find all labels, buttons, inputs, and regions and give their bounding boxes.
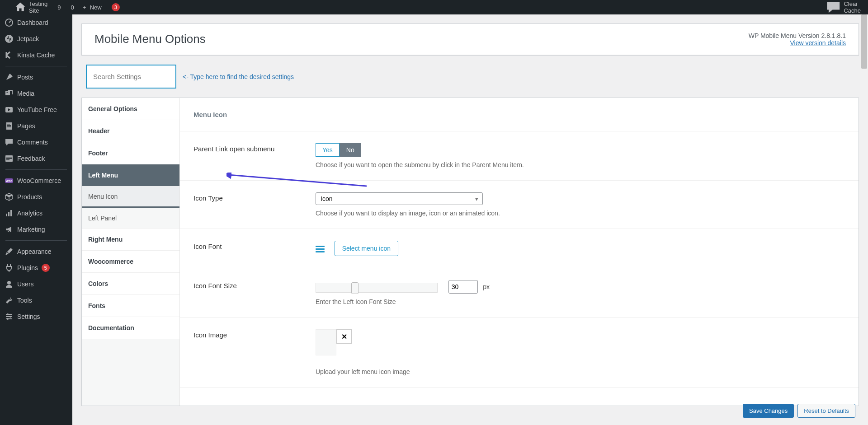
tab-left-menu[interactable]: Left Menu [82, 164, 179, 187]
plugins-count: 5 [42, 264, 50, 272]
tab-colors[interactable]: Colors [82, 273, 179, 295]
svg-rect-8 [7, 126, 11, 127]
settings-tabs: General Options Header Footer Left Menu … [82, 98, 180, 406]
subtab-left-panel[interactable]: Left Panel [82, 208, 179, 229]
svg-point-21 [7, 318, 9, 320]
sidebar-item-plugins[interactable]: Plugins5 [0, 260, 72, 276]
sidebar-item-jetpack[interactable]: Jetpack [0, 31, 72, 47]
sidebar-item-analytics[interactable]: Analytics [0, 205, 72, 221]
yoast-link[interactable]: 3 [105, 0, 123, 14]
action-bar: Save Changes Reset to Defaults [743, 404, 855, 415]
version-details-link[interactable]: View version details [790, 39, 846, 47]
sidebar-item-settings[interactable]: Settings [0, 308, 72, 325]
sidebar-item-products[interactable]: Products [0, 189, 72, 205]
sidebar-label: Media [17, 90, 34, 97]
sidebar-label: WooCommerce [17, 177, 61, 184]
svg-rect-6 [7, 124, 10, 125]
sidebar-item-marketing[interactable]: Marketing [0, 221, 72, 238]
svg-rect-17 [10, 210, 12, 216]
reset-defaults-button[interactable]: Reset to Defaults [797, 404, 855, 415]
sidebar-label: Jetpack [17, 35, 39, 42]
version-text: WP Mobile Menu Version 2.8.1.8.1 [749, 32, 846, 39]
sidebar-label: Products [17, 193, 42, 201]
page-title: Mobile Menu Options [94, 32, 206, 46]
svg-point-20 [9, 316, 11, 318]
icon-image-thumbnail[interactable] [316, 329, 336, 355]
select-menu-icon-button[interactable]: Select menu icon [335, 241, 398, 256]
sidebar-label: Marketing [17, 226, 45, 233]
sidebar-item-comments[interactable]: Comments [0, 134, 72, 150]
sidebar-label: Users [17, 280, 34, 288]
sidebar-item-media[interactable]: Media [0, 85, 72, 102]
toggle-no-button[interactable]: No [340, 143, 361, 157]
field-desc: Choose if you want to open the submenu b… [316, 161, 845, 168]
svg-text:Woo: Woo [5, 179, 12, 182]
sidebar-label: YouTube Free [17, 106, 57, 113]
clear-cache-link[interactable]: Clear Cache [822, 0, 864, 14]
site-name: Testing Site [29, 0, 47, 14]
new-label: New [90, 4, 102, 11]
svg-rect-7 [7, 125, 11, 126]
wp-logo-menu[interactable] [4, 0, 11, 14]
icon-size-slider[interactable] [316, 283, 438, 293]
sidebar-item-woocommerce[interactable]: WooWooCommerce [0, 173, 72, 189]
tab-woocommerce[interactable]: Woocommerce [82, 251, 179, 273]
tab-right-menu[interactable]: Right Menu [82, 229, 179, 251]
settings-content: Menu Icon Parent Link open submenu Yes N… [180, 98, 859, 406]
yoast-badge: 3 [112, 3, 120, 11]
sidebar-item-pages[interactable]: Pages [0, 118, 72, 134]
sidebar-item-dashboard[interactable]: Dashboard [0, 14, 72, 31]
sidebar-label: Feedback [17, 155, 45, 162]
comments-link[interactable]: 0 [64, 0, 77, 14]
sidebar-label: Tools [17, 297, 32, 304]
save-changes-button[interactable]: Save Changes [743, 404, 794, 415]
field-desc: Enter the Left Icon Font Size [316, 298, 845, 305]
site-name-link[interactable]: Testing Site [11, 0, 51, 14]
tab-documentation[interactable]: Documentation [82, 317, 179, 339]
svg-point-3 [5, 35, 13, 43]
tab-general-options[interactable]: General Options [82, 98, 179, 120]
sidebar-label: Kinsta Cache [17, 51, 55, 59]
toggle-yes-button[interactable]: Yes [316, 143, 340, 157]
new-content-link[interactable]: ＋New [78, 0, 105, 14]
svg-rect-15 [6, 214, 7, 216]
clear-cache-label: Clear Cache [844, 0, 861, 14]
sidebar-label: Pages [17, 122, 35, 130]
sidebar-item-tools[interactable]: Tools [0, 292, 72, 308]
sidebar-label: Appearance [17, 248, 52, 255]
updates-count: 9 [57, 4, 61, 11]
sidebar-item-users[interactable]: Users [0, 276, 72, 292]
svg-rect-10 [6, 157, 12, 158]
icon-type-select[interactable]: Icon [316, 192, 483, 205]
sidebar-item-feedback[interactable]: Feedback [0, 150, 72, 167]
sidebar-item-appearance[interactable]: Appearance [0, 243, 72, 260]
sidebar-label: Plugins [17, 264, 38, 271]
yes-no-toggle: Yes No [316, 143, 361, 157]
updates-link[interactable]: 9 [51, 0, 64, 14]
svg-rect-5 [6, 122, 12, 130]
sidebar-item-youtube[interactable]: YouTube Free [0, 102, 72, 118]
field-label-icon-image: Icon Image [193, 329, 307, 375]
tab-header[interactable]: Header [82, 120, 179, 142]
comments-count: 0 [71, 4, 74, 11]
hamburger-icon [316, 246, 325, 252]
tab-footer[interactable]: Footer [82, 142, 179, 164]
search-settings-input[interactable] [86, 65, 176, 89]
page-scrollbar[interactable] [860, 14, 868, 415]
search-hint: <- Type here to find the desired setting… [183, 73, 294, 80]
icon-size-input[interactable] [448, 280, 478, 294]
scrollbar-thumb[interactable] [861, 14, 867, 69]
slider-handle[interactable] [351, 282, 359, 294]
svg-rect-16 [8, 212, 9, 216]
field-label-icon-type: Icon Type [193, 192, 307, 217]
field-label-parent-link: Parent Link open submenu [193, 143, 307, 168]
svg-rect-12 [6, 159, 9, 160]
subtab-menu-icon[interactable]: Menu Icon [82, 187, 179, 208]
tab-fonts[interactable]: Fonts [82, 295, 179, 317]
sidebar-item-kinsta[interactable]: Kinsta Cache [0, 47, 72, 63]
remove-image-button[interactable]: ✕ [336, 329, 352, 344]
field-label-icon-size: Icon Font Size [193, 280, 307, 305]
admin-top-bar: Testing Site 9 0 ＋New 3 Clear Cache [0, 0, 868, 14]
sidebar-item-posts[interactable]: Posts [0, 69, 72, 85]
sidebar-label: Analytics [17, 210, 42, 217]
